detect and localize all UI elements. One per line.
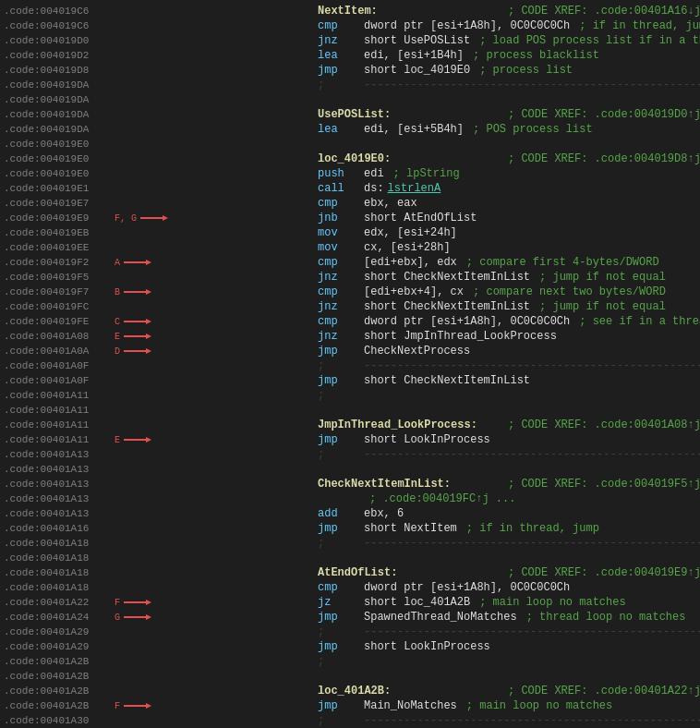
operands: short CheckNextItemInList	[364, 300, 530, 313]
arrow-label	[124, 331, 155, 342]
code-view: .code:004019C6NextItem:; CODE XREF: .cod…	[0, 0, 700, 728]
operands: ebx, eax	[364, 197, 417, 210]
address: .code:00401A22	[4, 597, 115, 608]
code-line: .code:004019C6NextItem:; CODE XREF: .cod…	[0, 4, 700, 18]
operand-link[interactable]: lstrlenA	[388, 182, 441, 195]
address: .code:004019E9	[4, 212, 115, 224]
mnemonic: UsePOSList:	[318, 108, 502, 121]
operands: short LookInProcess	[364, 640, 490, 653]
mnemonic: jz	[318, 596, 364, 609]
comment: ; jump if not equal	[539, 300, 666, 313]
code-line: .code:00401A13CheckNextItemInList:; CODE…	[0, 477, 700, 491]
operands: [edi+ebx+4], cx	[364, 285, 464, 298]
operands: short CheckNextItemInList	[364, 271, 530, 284]
label-col: E	[115, 434, 318, 445]
address: .code:00401A08	[4, 331, 115, 342]
address: .code:00401A2B	[4, 671, 115, 682]
mnemonic: cmp	[318, 197, 364, 210]
svg-marker-15	[146, 600, 151, 605]
mnemonic: jmp	[318, 64, 364, 77]
address: .code:004019FC	[4, 301, 115, 312]
mnemonic: lea	[318, 49, 364, 62]
mnemonic: jmp	[318, 640, 364, 653]
operands: ----------------------------------------…	[364, 625, 700, 638]
code-line: .code:004019DAleaedi, [esi+5B4h]; POS pr…	[0, 122, 700, 137]
code-line: .code:004019E0	[0, 137, 700, 152]
comment: ; CODE XREF: .code:00401A16↓j	[508, 5, 700, 18]
mnemonic: jnz	[318, 300, 364, 313]
address: .code:004019E0	[4, 153, 115, 164]
arrow-label	[124, 346, 155, 357]
address: .code:00401A18	[4, 538, 115, 549]
address: .code:00401A18	[4, 552, 115, 564]
address: .code:004019D2	[4, 50, 115, 61]
code-line: .code:004019DA	[0, 92, 700, 107]
label-col: B	[115, 286, 318, 297]
code-line: .code:00401A18	[0, 551, 700, 565]
address: .code:004019EB	[4, 227, 115, 238]
address: .code:004019C6	[4, 20, 115, 31]
operands: dword ptr [esi+1A8h], 0C0C0C0Ch	[364, 315, 570, 328]
comment: ; see if in a thread	[579, 315, 700, 328]
mnemonic: cmp	[318, 256, 364, 269]
label-col: A	[115, 257, 318, 268]
address: .code:004019FE	[4, 316, 115, 327]
operands: ----------------------------------------…	[364, 359, 700, 372]
address: .code:004019E7	[4, 198, 115, 209]
code-line: .code:00401A16jmpshort NextItem; if in t…	[0, 521, 700, 536]
mnemonic: call	[318, 182, 364, 195]
address: .code:004019C6	[4, 6, 115, 17]
arrow-label	[124, 434, 155, 445]
svg-marker-11	[146, 348, 151, 354]
comment: ; compare next two bytes/WORD	[473, 285, 666, 298]
comment: ; CODE XREF: .code:004019F5↑j	[508, 478, 700, 491]
code-line: .code:004019FCjnzshort CheckNextItemInLi…	[0, 299, 700, 314]
operands: ----------------------------------------…	[364, 537, 700, 550]
code-line: .code:00401A13	[0, 462, 700, 477]
mnemonic: jnz	[318, 34, 364, 47]
mnemonic: cmp	[318, 19, 364, 32]
code-line: .code:00401A18cmpdword ptr [esi+1A8h], 0…	[0, 580, 700, 595]
comment: ; main loop no matches	[479, 596, 625, 609]
address: .code:004019DA	[4, 94, 115, 105]
operands: ----------------------------------------…	[364, 448, 700, 461]
code-line: .code:00401A2BF jmpMain_NoMatches; main …	[0, 698, 700, 713]
mnemonic: ;	[318, 537, 364, 550]
code-line: .code:00401A29jmpshort LookInProcess	[0, 639, 700, 654]
comment: ; load POS process list if in a thread	[479, 34, 700, 47]
address: .code:004019EE	[4, 242, 115, 253]
operands: ebx, 6	[364, 507, 404, 520]
label-col: C	[115, 316, 318, 327]
mnemonic: jmp	[318, 345, 364, 358]
operands: dword ptr [esi+1A8h], 0C0C0C0Ch	[364, 19, 570, 32]
operands: dword ptr [esi+1A8h], 0C0C0C0Ch	[364, 581, 570, 594]
code-line: .code:004019E0pushedi; lpString	[0, 166, 700, 181]
address: .code:00401A0F	[4, 360, 115, 371]
mnemonic: push	[318, 167, 364, 180]
code-line: .code:004019E9F, G jnbshort AtEndOfList	[0, 211, 700, 225]
mnemonic: jmp	[318, 699, 364, 712]
svg-marker-7	[146, 319, 151, 324]
arrow-label	[124, 700, 155, 711]
address: .code:00401A13	[4, 449, 115, 460]
code-line: .code:00401A13addebx, 6	[0, 506, 700, 521]
arrow-label	[124, 612, 155, 623]
arrow-label	[124, 316, 155, 327]
comment: ; CODE XREF: .code:004019D0↑j	[508, 108, 700, 121]
code-line: .code:004019F5jnzshort CheckNextItemInLi…	[0, 270, 700, 285]
address: .code:00401A13	[4, 493, 115, 504]
address: .code:00401A11	[4, 405, 115, 416]
comment: ; process list	[479, 64, 573, 77]
operands: SpawnedThread_NoMatches	[364, 611, 517, 624]
arrow-label	[124, 286, 155, 297]
address: .code:00401A29	[4, 641, 115, 652]
address: .code:00401A18	[4, 582, 115, 593]
svg-marker-19	[146, 703, 151, 709]
label-col: D	[115, 346, 318, 357]
operands: [edi+ebx], edx	[364, 256, 457, 269]
mnemonic: AtEndOfList:	[318, 566, 502, 579]
comment: ; CODE XREF: .code:00401A08↑j	[508, 419, 700, 431]
svg-marker-1	[163, 215, 168, 221]
code-line: .code:00401A22F jzshort loc_401A2B; main…	[0, 595, 700, 610]
mnemonic: jnz	[318, 271, 364, 284]
